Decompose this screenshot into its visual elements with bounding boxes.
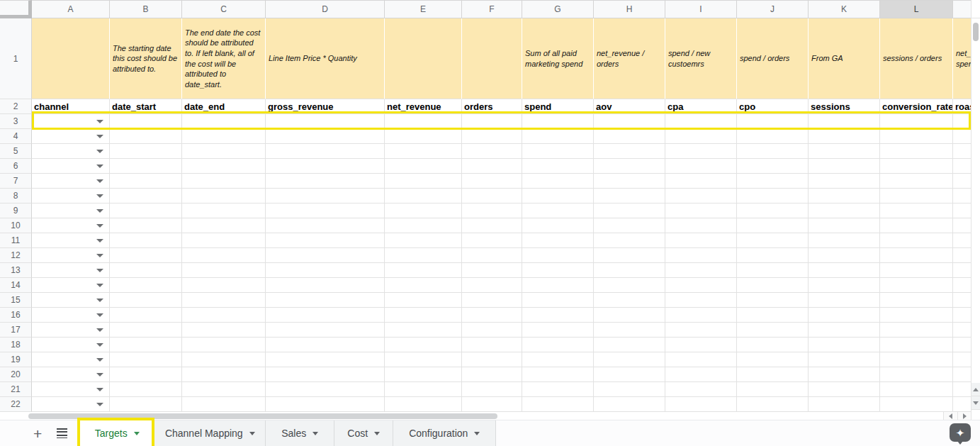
cell-C15[interactable] [182,293,266,308]
cell-E4[interactable] [385,129,462,144]
cell-K13[interactable] [809,263,880,278]
column-header-G[interactable]: G [522,0,594,18]
cell-I6[interactable] [665,159,737,174]
cell-L12[interactable] [880,248,953,263]
cell-M10[interactable] [953,218,971,233]
cell-E8[interactable] [385,189,462,204]
cell-I19[interactable] [665,352,737,367]
cell-I15[interactable] [665,293,737,308]
cell-B4[interactable] [110,129,182,144]
cell-F7[interactable] [462,174,522,189]
cell-D8[interactable] [266,189,385,204]
cell-J7[interactable] [737,174,809,189]
cell-E14[interactable] [385,278,462,293]
column-header-K[interactable]: K [809,0,880,18]
cell-B9[interactable] [110,204,182,218]
cell-J10[interactable] [737,218,809,233]
cell-J8[interactable] [737,189,809,204]
cell-H8[interactable] [594,189,665,204]
cell-D19[interactable] [266,352,385,367]
cell-I12[interactable] [665,248,737,263]
cell-A19[interactable] [32,352,110,367]
cell-D11[interactable] [266,233,385,248]
dropdown-arrow-icon[interactable] [134,432,140,435]
cell-I10[interactable] [665,218,737,233]
cell-L3[interactable] [880,114,953,129]
cell-B10[interactable] [110,218,182,233]
cell-I7[interactable] [665,174,737,189]
cell-G18[interactable] [522,338,594,352]
cell-H6[interactable] [594,159,665,174]
tab-targets[interactable]: Targets [80,420,154,446]
cell-G11[interactable] [522,233,594,248]
cell-C10[interactable] [182,218,266,233]
cell-C13[interactable] [182,263,266,278]
dropdown-arrow-icon[interactable] [96,388,103,391]
note-cell-C[interactable]: The end date the cost should be attribut… [182,18,266,99]
cell-D10[interactable] [266,218,385,233]
dropdown-arrow-icon[interactable] [96,135,103,138]
row-header-14[interactable]: 14 [0,278,32,293]
row-header-21[interactable]: 21 [0,382,32,397]
tab-sales[interactable]: Sales [266,420,334,446]
cell-J5[interactable] [737,144,809,159]
cell-I14[interactable] [665,278,737,293]
cell-I5[interactable] [665,144,737,159]
cell-I21[interactable] [665,382,737,397]
cell-G20[interactable] [522,367,594,382]
cell-E15[interactable] [385,293,462,308]
cell-A3[interactable] [32,114,110,129]
cell-G17[interactable] [522,323,594,338]
cell-L22[interactable] [880,397,953,412]
row-header-6[interactable]: 6 [0,159,32,174]
cell-B3[interactable] [110,114,182,129]
column-header-F[interactable]: F [462,0,522,18]
cell-D16[interactable] [266,308,385,323]
horizontal-scroll-thumb[interactable] [28,413,497,419]
column-header-D[interactable]: D [266,0,385,18]
cell-B21[interactable] [110,382,182,397]
cell-H19[interactable] [594,352,665,367]
row-header-7[interactable]: 7 [0,174,32,189]
row-header-17[interactable]: 17 [0,323,32,338]
cell-A6[interactable] [32,159,110,174]
column-header-I[interactable]: I [665,0,737,18]
field-header-cell-B[interactable]: date_start [110,99,182,114]
cell-A17[interactable] [32,323,110,338]
cell-K10[interactable] [809,218,880,233]
cell-G6[interactable] [522,159,594,174]
cell-H18[interactable] [594,338,665,352]
cell-C19[interactable] [182,352,266,367]
cell-D15[interactable] [266,293,385,308]
cell-E19[interactable] [385,352,462,367]
cell-D13[interactable] [266,263,385,278]
cell-E16[interactable] [385,308,462,323]
cell-C7[interactable] [182,174,266,189]
select-all-corner[interactable] [0,0,32,18]
cell-E17[interactable] [385,323,462,338]
cell-M19[interactable] [953,352,971,367]
cell-C21[interactable] [182,382,266,397]
cell-D20[interactable] [266,367,385,382]
field-header-cell-H[interactable]: aov [594,99,665,114]
cell-H5[interactable] [594,144,665,159]
cell-D14[interactable] [266,278,385,293]
dropdown-arrow-icon[interactable] [96,209,103,213]
cell-D7[interactable] [266,174,385,189]
cell-B8[interactable] [110,189,182,204]
dropdown-arrow-icon[interactable] [96,165,103,168]
cell-E20[interactable] [385,367,462,382]
cell-I3[interactable] [665,114,737,129]
cell-L19[interactable] [880,352,953,367]
cell-B6[interactable] [110,159,182,174]
cell-H17[interactable] [594,323,665,338]
column-header-L[interactable]: L [880,0,953,18]
cell-G21[interactable] [522,382,594,397]
note-cell-H[interactable]: net_revenue / orders [594,18,665,99]
cell-H3[interactable] [594,114,665,129]
row-header-4[interactable]: 4 [0,129,32,144]
dropdown-arrow-icon[interactable] [96,299,103,302]
dropdown-arrow-icon[interactable] [96,313,103,317]
cell-C8[interactable] [182,189,266,204]
cell-I11[interactable] [665,233,737,248]
